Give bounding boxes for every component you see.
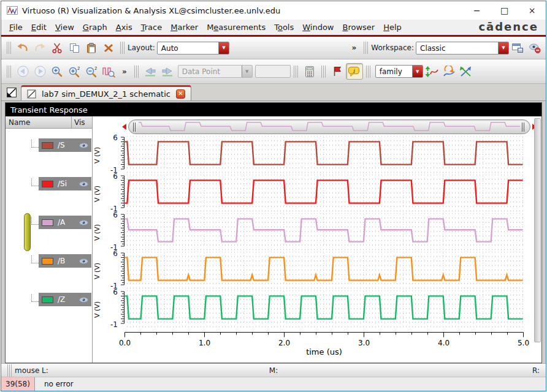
menu-marker[interactable]: Marker: [166, 21, 202, 34]
y-tick-label-top: 6: [113, 211, 118, 219]
svg-text:0.0: 0.0: [119, 339, 131, 347]
workspace-dropdown[interactable]: Classic ▼: [416, 42, 509, 55]
title-bar: Virtuoso (R) Visualization & Analysis XL…: [1, 1, 546, 20]
strip-range-slider[interactable]: [24, 213, 31, 251]
y-axis-label: V (V): [93, 213, 101, 252]
toolbar-grip[interactable]: [7, 66, 11, 78]
signal-row-A[interactable]: /A: [31, 216, 91, 229]
previous-point-icon[interactable]: [142, 63, 159, 80]
toolbar-grip[interactable]: [321, 66, 326, 78]
zoom-transient-icon[interactable]: [100, 63, 117, 80]
plot-area-A[interactable]: [124, 213, 523, 252]
toolbar-grip[interactable]: [364, 42, 368, 54]
menu-browser[interactable]: Browser: [339, 21, 380, 34]
y-axis: V (V)6-1: [93, 136, 124, 175]
toolbar-grip[interactable]: [294, 66, 298, 78]
tab-sim-demux[interactable]: lab7 sim_DEMUX_2_1 schematic ✕: [21, 85, 191, 100]
maximize-button[interactable]: □: [491, 1, 518, 20]
signal-color-swatch: [42, 219, 53, 226]
minimize-button[interactable]: −: [463, 1, 491, 20]
menu-trace[interactable]: Trace: [137, 21, 167, 34]
strip-scrollbar[interactable]: [534, 118, 541, 342]
slider-grip-right[interactable]: [522, 123, 526, 132]
visibility-eye-icon[interactable]: [79, 181, 88, 187]
family-dropdown[interactable]: family ▼: [375, 65, 423, 78]
plot-area-Z[interactable]: [124, 290, 523, 329]
waveform-strip-B: V (V)6-1: [93, 252, 541, 290]
statusbar-grip: [7, 364, 12, 377]
plot-area-S[interactable]: [124, 136, 523, 175]
calculator-icon[interactable]: [301, 63, 318, 80]
dropdown-arrow-icon: ▼: [242, 66, 252, 77]
scroll-left-arrow-icon[interactable]: [122, 124, 126, 130]
detach-window-icon[interactable]: [6, 87, 17, 98]
overview-scrollbar[interactable]: [93, 116, 541, 136]
visibility-eye-icon[interactable]: [79, 220, 88, 225]
cut-button[interactable]: [48, 40, 66, 56]
save-workspace-icon[interactable]: [509, 40, 526, 56]
close-button[interactable]: ×: [518, 1, 546, 20]
refresh-plot-icon[interactable]: [440, 63, 457, 80]
menu-axis[interactable]: Axis: [112, 21, 137, 34]
undo-button[interactable]: [14, 40, 31, 56]
signal-panel: Name Vis /S/Si/A/B/Z: [6, 116, 93, 363]
toolbar-overflow-chevron[interactable]: »: [352, 43, 356, 52]
y-axis-label: V (V): [93, 252, 101, 290]
edit-toolbar: Layout: Auto ▼ » Workspace: Classic ▼: [1, 37, 546, 59]
point-value-field[interactable]: [255, 65, 291, 78]
tree-branch-icon: [31, 255, 39, 263]
menu-help[interactable]: Help: [379, 21, 406, 34]
slider-grip-left[interactable]: [133, 123, 137, 132]
toolbar-overflow-chevron[interactable]: »: [122, 67, 126, 76]
flag-icon[interactable]: [329, 63, 346, 80]
exchange-traces-icon[interactable]: [457, 63, 475, 80]
plot-area-Si[interactable]: [124, 175, 523, 213]
menu-window[interactable]: Window: [298, 21, 338, 34]
signal-bar: /Si: [39, 177, 91, 190]
signal-color-swatch: [42, 258, 53, 265]
layout-value: Auto: [158, 42, 218, 54]
toolbar-grip[interactable]: [134, 66, 139, 78]
waveform-strip-Z: V (V)6-1: [93, 290, 541, 329]
tab-close-icon[interactable]: ✕: [176, 89, 185, 99]
visibility-eye-icon[interactable]: [79, 143, 88, 148]
menu-measurements[interactable]: Measurements: [202, 21, 270, 34]
next-point-icon[interactable]: [159, 63, 176, 80]
zoom-fit-icon[interactable]: [48, 63, 66, 80]
toolbar-grip[interactable]: [120, 42, 124, 54]
redo-button[interactable]: [31, 40, 48, 56]
plot-area-B[interactable]: [124, 252, 523, 290]
visibility-eye-icon[interactable]: [79, 258, 88, 264]
datapoint-dropdown[interactable]: Data Point ▼: [178, 65, 253, 78]
menu-tools[interactable]: Tools: [270, 21, 298, 34]
signal-row-B[interactable]: /B: [31, 254, 91, 268]
toolbar-grip[interactable]: [366, 66, 370, 78]
vis-column-header: Vis: [72, 116, 92, 128]
toolbar-grip[interactable]: [7, 42, 11, 54]
paste-button[interactable]: [83, 40, 100, 56]
delete-button[interactable]: [100, 40, 117, 56]
zoom-out-x2-icon[interactable]: 2: [83, 63, 100, 80]
mouse-right-status: R:: [532, 366, 540, 375]
update-traces-icon[interactable]: [423, 63, 440, 80]
signal-row-Si[interactable]: /Si: [31, 177, 91, 190]
menu-view[interactable]: View: [51, 21, 78, 34]
history-count-badge[interactable]: 39(58): [1, 377, 35, 391]
label-info-icon[interactable]: i: [346, 63, 363, 80]
menu-edit[interactable]: Edit: [27, 21, 51, 34]
waveform-strip-A: V (V)6-1: [93, 213, 541, 252]
hide-workspace-icon[interactable]: [526, 40, 543, 56]
menu-file[interactable]: File: [5, 21, 27, 34]
layout-dropdown[interactable]: Auto ▼: [157, 42, 229, 55]
y-axis: V (V)6-1: [93, 290, 124, 329]
copy-button[interactable]: [66, 40, 83, 56]
back-icon[interactable]: [14, 63, 31, 80]
zoom-in-x2-icon[interactable]: 2: [66, 63, 83, 80]
menu-graph[interactable]: Graph: [78, 21, 112, 34]
overview-slider-thumb[interactable]: [128, 119, 530, 134]
y-tick-label-top: 6: [113, 249, 118, 258]
visibility-eye-icon[interactable]: [79, 297, 88, 303]
signal-row-Z[interactable]: /Z: [31, 293, 91, 306]
forward-icon[interactable]: [31, 63, 48, 80]
signal-row-S[interactable]: /S: [31, 138, 91, 152]
